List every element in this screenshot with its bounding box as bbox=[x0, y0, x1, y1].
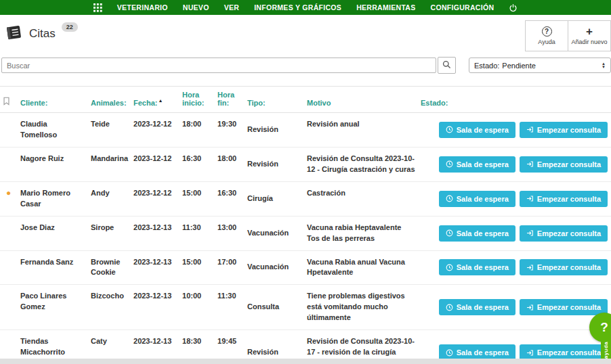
enter-arrow-icon bbox=[526, 349, 534, 357]
waiting-room-label: Sala de espera bbox=[457, 348, 509, 357]
waiting-room-button[interactable]: Sala de espera bbox=[439, 156, 515, 173]
animal-cell: Sirope bbox=[88, 216, 131, 250]
add-new-button[interactable]: + Añadir nuevo bbox=[568, 20, 611, 51]
enter-arrow-icon bbox=[526, 229, 534, 237]
animal-cell: Teide bbox=[88, 113, 131, 147]
waiting-room-button[interactable]: Sala de espera bbox=[439, 299, 515, 315]
apps-grid-icon[interactable] bbox=[93, 3, 102, 12]
nav-item-ver[interactable]: VER bbox=[224, 3, 240, 12]
type-cell: Revisión bbox=[245, 330, 304, 359]
status-marker-icon bbox=[3, 154, 6, 163]
start-consult-button[interactable]: Empezar consulta bbox=[520, 259, 608, 275]
reason-cell: Castración bbox=[304, 181, 418, 216]
end-time-cell: 16:30 bbox=[215, 181, 245, 216]
page-header: Citas 22 ? Ayuda + Añadir nuevo bbox=[0, 15, 611, 53]
reason-cell: Revisión de Consulta 2023-10-17 - revisi… bbox=[304, 330, 418, 359]
bookmark-icon bbox=[3, 99, 10, 107]
table-header-row: Cliente: Animales: Fecha:▲ Hora inicio: … bbox=[0, 87, 611, 113]
marker-cell bbox=[0, 113, 18, 147]
actions-cell: Sala de espera Empezar consulta bbox=[418, 147, 611, 181]
clock-icon bbox=[446, 304, 453, 311]
waiting-room-button[interactable]: Sala de espera bbox=[439, 259, 515, 275]
nav-item-herramientas[interactable]: HERRAMIENTAS bbox=[356, 3, 415, 12]
reason-cell: Vacuna rabia Heptavalente Tos de las per… bbox=[304, 216, 418, 250]
client-cell: Mario Romero Casar bbox=[18, 181, 88, 216]
table-row: ● Mario Romero Casar Andy 2023-12-12 15:… bbox=[0, 181, 611, 216]
start-consult-button[interactable]: Empezar consulta bbox=[520, 156, 608, 173]
floating-help-widget: ? ayuda bbox=[580, 310, 611, 364]
status-marker-icon bbox=[3, 257, 6, 267]
waiting-room-label: Sala de espera bbox=[457, 263, 509, 271]
clock-icon bbox=[446, 195, 453, 202]
table-row: Tiendas Micachorrito Caty 2023-12-13 18:… bbox=[0, 330, 611, 359]
start-consult-button[interactable]: Empezar consulta bbox=[520, 225, 608, 242]
search-button[interactable] bbox=[438, 57, 456, 74]
status-marker-icon: ● bbox=[3, 188, 11, 198]
start-consult-label: Empezar consulta bbox=[537, 126, 601, 134]
enter-arrow-icon bbox=[526, 195, 534, 202]
clock-icon bbox=[446, 264, 453, 271]
column-header-hora-inicio[interactable]: Hora inicio: bbox=[180, 87, 215, 113]
table-row: Jose Diaz Sirope 2023-12-13 11:30 13:00 … bbox=[0, 216, 611, 250]
column-header-tipo[interactable]: Tipo: bbox=[245, 87, 304, 113]
search-icon bbox=[442, 60, 451, 71]
floating-help-label: ayuda bbox=[603, 341, 609, 359]
waiting-room-button[interactable]: Sala de espera bbox=[439, 122, 515, 138]
table-row: Claudia Tomelloso Teide 2023-12-12 18:00… bbox=[0, 113, 611, 147]
reason-cell: Revisión anual bbox=[304, 113, 418, 147]
waiting-room-button[interactable]: Sala de espera bbox=[439, 191, 515, 207]
marker-cell bbox=[0, 250, 18, 285]
start-consult-label: Empezar consulta bbox=[537, 160, 601, 168]
column-header-cliente[interactable]: Cliente: bbox=[18, 87, 88, 113]
estado-filter-select[interactable]: Estado: Pendiente ▲ ▼ bbox=[469, 58, 611, 73]
search-input[interactable] bbox=[1, 58, 436, 73]
appointments-rows: Claudia Tomelloso Teide 2023-12-12 18:00… bbox=[0, 113, 611, 359]
date-cell: 2023-12-13 bbox=[131, 285, 180, 330]
count-badge: 22 bbox=[62, 22, 78, 32]
enter-arrow-icon bbox=[526, 126, 534, 133]
marker-cell bbox=[0, 285, 18, 330]
help-icon: ? bbox=[542, 26, 552, 37]
column-header-estado[interactable]: Estado: bbox=[418, 87, 611, 113]
animal-cell: Mandarina bbox=[88, 147, 131, 181]
date-cell: 2023-12-12 bbox=[131, 113, 180, 147]
start-consult-button[interactable]: Empezar consulta bbox=[520, 191, 608, 207]
client-cell: Nagore Ruiz bbox=[18, 147, 88, 181]
nav-item-nuevo[interactable]: NUEVO bbox=[183, 3, 209, 12]
help-button[interactable]: ? Ayuda bbox=[525, 20, 568, 51]
plus-icon: + bbox=[586, 27, 593, 37]
appointments-book-icon bbox=[5, 24, 23, 43]
actions-cell: Sala de espera Empezar consulta bbox=[418, 181, 611, 216]
actions-cell: Sala de espera Empezar consulta bbox=[418, 216, 611, 250]
column-header-animales[interactable]: Animales: bbox=[88, 87, 131, 113]
start-consult-button[interactable]: Empezar consulta bbox=[520, 122, 608, 138]
column-header-hora-fin[interactable]: Hora fin: bbox=[215, 87, 245, 113]
page-bottom-strip bbox=[0, 359, 611, 364]
client-cell: Claudia Tomelloso bbox=[18, 113, 88, 147]
help-button-label: Ayuda bbox=[538, 39, 555, 45]
status-marker-icon bbox=[3, 223, 6, 232]
end-time-cell: 18:00 bbox=[215, 147, 245, 181]
power-icon[interactable] bbox=[509, 3, 518, 12]
column-header-motivo[interactable]: Motivo bbox=[304, 87, 418, 113]
add-new-button-label: Añadir nuevo bbox=[571, 39, 607, 45]
clock-icon bbox=[446, 349, 453, 357]
animal-cell: Caty bbox=[88, 330, 131, 359]
nav-item-configuracion[interactable]: CONFIGURACIÓN bbox=[431, 3, 494, 12]
waiting-room-label: Sala de espera bbox=[457, 229, 509, 237]
top-navbar: VETERINARIO NUEVO VER INFORMES Y GRÁFICO… bbox=[0, 0, 611, 15]
column-header-fecha[interactable]: Fecha:▲ bbox=[131, 87, 180, 113]
start-time-cell: 11:30 bbox=[180, 216, 215, 250]
waiting-room-button[interactable]: Sala de espera bbox=[439, 344, 515, 359]
actions-cell: Sala de espera Empezar consulta bbox=[418, 250, 611, 285]
waiting-room-label: Sala de espera bbox=[457, 160, 509, 168]
enter-arrow-icon bbox=[526, 304, 534, 311]
client-cell: Fernanda Sanz bbox=[18, 250, 88, 285]
client-cell: Paco Linares Gomez bbox=[18, 285, 88, 330]
select-arrows-icon: ▲ ▼ bbox=[602, 62, 606, 69]
nav-item-informes[interactable]: INFORMES Y GRÁFICOS bbox=[254, 3, 341, 12]
marker-cell bbox=[0, 330, 18, 359]
clock-icon bbox=[446, 160, 453, 168]
nav-item-veterinario[interactable]: VETERINARIO bbox=[117, 3, 168, 12]
waiting-room-button[interactable]: Sala de espera bbox=[439, 225, 515, 242]
